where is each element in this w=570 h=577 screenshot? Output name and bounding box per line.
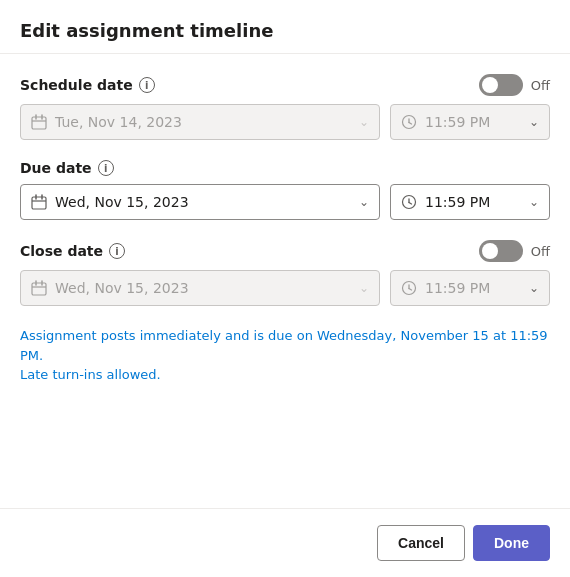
calendar-icon [31,280,47,296]
schedule-date-value: Tue, Nov 14, 2023 [55,114,351,130]
close-toggle-row: Off [479,240,550,262]
due-date-picker[interactable]: Wed, Nov 15, 2023 ⌄ [20,184,380,220]
close-date-toggle[interactable] [479,240,523,262]
status-message: Assignment posts immediately and is due … [20,326,550,385]
cancel-button[interactable]: Cancel [377,525,465,561]
close-date-label-row: Close date i Off [20,240,550,262]
close-time-value: 11:59 PM [425,280,521,296]
svg-rect-0 [32,117,46,129]
svg-line-20 [409,289,412,291]
schedule-date-label: Schedule date i [20,77,155,93]
close-date-text: Close date [20,243,103,259]
svg-rect-14 [32,283,46,295]
done-button[interactable]: Done [473,525,550,561]
edit-timeline-dialog: Edit assignment timeline Schedule date i… [0,0,570,577]
close-date-chevron: ⌄ [359,281,369,295]
close-date-input-row: Wed, Nov 15, 2023 ⌄ 11:59 PM ⌄ [20,270,550,306]
close-time-chevron: ⌄ [529,281,539,295]
calendar-icon [31,114,47,130]
dialog-footer: Cancel Done [0,508,570,577]
schedule-time-picker: 11:59 PM ⌄ [390,104,550,140]
schedule-time-value: 11:59 PM [425,114,521,130]
due-date-group: Due date i Wed, Nov 15, 2023 ⌄ [20,160,550,220]
close-date-info-icon[interactable]: i [109,243,125,259]
close-date-group: Close date i Off [20,240,550,306]
svg-line-13 [409,203,412,205]
close-date-label: Close date i [20,243,125,259]
schedule-date-text: Schedule date [20,77,133,93]
due-date-input-row: Wed, Nov 15, 2023 ⌄ 11:59 PM ⌄ [20,184,550,220]
due-date-info-icon[interactable]: i [98,160,114,176]
due-date-label-row: Due date i [20,160,550,176]
clock-icon [401,280,417,296]
schedule-date-toggle-label: Off [531,78,550,93]
dialog-header: Edit assignment timeline [0,0,570,54]
due-time-value: 11:59 PM [425,194,521,210]
status-line1: Assignment posts immediately and is due … [20,328,548,363]
schedule-date-chevron: ⌄ [359,115,369,129]
due-date-value: Wed, Nov 15, 2023 [55,194,351,210]
due-date-label: Due date i [20,160,114,176]
schedule-date-picker: Tue, Nov 14, 2023 ⌄ [20,104,380,140]
calendar-icon [31,194,47,210]
close-date-toggle-label: Off [531,244,550,259]
schedule-date-info-icon[interactable]: i [139,77,155,93]
clock-icon [401,194,417,210]
due-date-chevron: ⌄ [359,195,369,209]
dialog-body: Schedule date i Off [0,54,570,468]
schedule-date-input-row: Tue, Nov 14, 2023 ⌄ 11:59 PM ⌄ [20,104,550,140]
close-date-toggle-knob [482,243,498,259]
close-date-picker: Wed, Nov 15, 2023 ⌄ [20,270,380,306]
clock-icon [401,114,417,130]
due-date-text: Due date [20,160,92,176]
schedule-date-toggle[interactable] [479,74,523,96]
schedule-time-chevron: ⌄ [529,115,539,129]
close-time-picker: 11:59 PM ⌄ [390,270,550,306]
schedule-toggle-row: Off [479,74,550,96]
schedule-date-label-row: Schedule date i Off [20,74,550,96]
due-time-chevron: ⌄ [529,195,539,209]
schedule-date-group: Schedule date i Off [20,74,550,140]
close-date-value: Wed, Nov 15, 2023 [55,280,351,296]
schedule-date-toggle-knob [482,77,498,93]
due-time-picker[interactable]: 11:59 PM ⌄ [390,184,550,220]
svg-line-6 [409,123,412,125]
status-line2: Late turn-ins allowed. [20,367,161,382]
svg-rect-7 [32,197,46,209]
dialog-title: Edit assignment timeline [20,20,550,41]
